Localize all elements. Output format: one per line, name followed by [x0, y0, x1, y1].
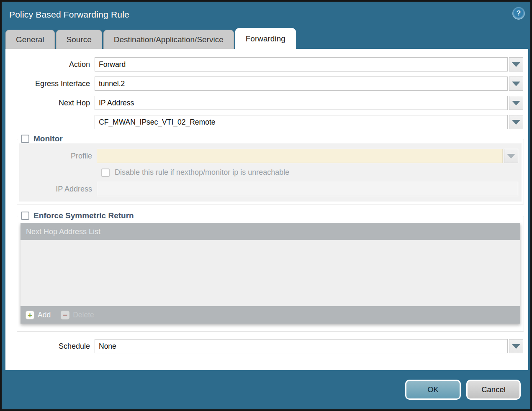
add-button-label: Add [38, 311, 51, 319]
monitor-legend-label: Monitor [33, 134, 63, 143]
profile-row: Profile [19, 149, 518, 163]
next-hop-row: Next Hop IP Address [5, 96, 523, 110]
policy-based-forwarding-dialog: Policy Based Forwarding Rule ? General S… [0, 0, 532, 411]
chevron-down-icon [512, 120, 520, 125]
ok-button[interactable]: OK [405, 380, 461, 400]
profile-dropdown-button [504, 149, 518, 163]
action-value-field[interactable]: Forward [95, 57, 508, 71]
next-hop-address-list-footer: + Add − Delete [21, 306, 520, 324]
schedule-dropdown-button[interactable] [509, 339, 523, 353]
disable-rule-checkbox [101, 168, 110, 177]
monitor-group-body: Profile Disable this rule if nexthop/mon… [19, 143, 522, 202]
schedule-row: Schedule None [5, 339, 523, 353]
chevron-down-icon [507, 154, 515, 158]
tab-bar: General Source Destination/Application/S… [2, 28, 530, 49]
next-hop-type-dropdown-button[interactable] [509, 96, 523, 110]
schedule-label: Schedule [5, 342, 95, 351]
forwarding-tab-panel: Action Forward Egress Interface tunnel.2… [5, 49, 528, 370]
egress-interface-value-field[interactable]: tunnel.2 [95, 77, 508, 91]
monitor-legend: Monitor [19, 134, 66, 143]
cancel-button[interactable]: Cancel [466, 380, 521, 400]
action-label: Action [5, 60, 95, 69]
egress-interface-combobox: tunnel.2 [95, 77, 523, 91]
tab-general[interactable]: General [5, 30, 55, 49]
chevron-down-icon [512, 101, 520, 105]
plus-icon: + [26, 311, 34, 319]
monitor-group: Monitor Profile Disable this rule if nex… [17, 134, 524, 204]
dialog-title: Policy Based Forwarding Rule [2, 2, 530, 20]
next-hop-address-combobox: CF_MWAN_IPsec_VTI_02_Remote [95, 115, 523, 129]
next-hop-address-list-table: Next Hop Address List + Add − Delete [21, 223, 520, 324]
tab-destination-application-service[interactable]: Destination/Application/Service [103, 30, 234, 49]
next-hop-label: Next Hop [5, 99, 95, 107]
add-button[interactable]: + Add [26, 311, 51, 319]
egress-interface-row: Egress Interface tunnel.2 [5, 77, 523, 91]
action-dropdown-button[interactable] [509, 57, 523, 71]
next-hop-address-list-body[interactable] [21, 240, 520, 306]
profile-field [97, 149, 503, 163]
delete-button-label: Delete [73, 311, 94, 319]
profile-label: Profile [19, 152, 97, 161]
schedule-combobox: None [95, 339, 523, 353]
monitor-ip-address-label: IP Address [19, 185, 97, 194]
dialog-footer: OK Cancel [2, 370, 530, 409]
monitor-ip-address-field [97, 182, 518, 196]
egress-interface-dropdown-button[interactable] [509, 77, 523, 91]
egress-interface-label: Egress Interface [5, 79, 95, 88]
next-hop-address-list-header: Next Hop Address List [21, 223, 520, 240]
next-hop-type-field[interactable]: IP Address [95, 96, 508, 110]
dialog-titlebar: Policy Based Forwarding Rule ? [2, 2, 530, 28]
chevron-down-icon [512, 82, 520, 86]
tab-forwarding[interactable]: Forwarding [235, 28, 296, 49]
chevron-down-icon [512, 62, 520, 67]
enforce-symmetric-return-legend: Enforce Symmetric Return [19, 211, 137, 220]
delete-button: − Delete [61, 311, 94, 319]
enforce-symmetric-return-group: Enforce Symmetric Return Next Hop Addres… [17, 211, 524, 332]
schedule-value-field[interactable]: None [95, 339, 508, 353]
help-icon[interactable]: ? [512, 7, 525, 20]
next-hop-address-row: CF_MWAN_IPsec_VTI_02_Remote [5, 115, 523, 129]
disable-rule-row: Disable this rule if nexthop/monitor ip … [101, 168, 522, 177]
tab-source[interactable]: Source [56, 30, 102, 49]
enforce-symmetric-return-checkbox[interactable] [21, 212, 29, 220]
monitor-ip-address-row: IP Address [19, 182, 518, 196]
next-hop-address-field[interactable]: CF_MWAN_IPsec_VTI_02_Remote [95, 115, 508, 129]
action-combobox: Forward [95, 57, 523, 71]
monitor-checkbox[interactable] [21, 135, 29, 143]
chevron-down-icon [512, 344, 520, 349]
help-glyph: ? [517, 9, 521, 18]
action-row: Action Forward [5, 57, 523, 71]
enforce-symmetric-return-legend-label: Enforce Symmetric Return [33, 211, 134, 220]
next-hop-type-combobox: IP Address [95, 96, 523, 110]
disable-rule-label: Disable this rule if nexthop/monitor ip … [115, 168, 289, 177]
minus-icon: − [61, 311, 69, 319]
next-hop-address-dropdown-button[interactable] [509, 115, 523, 129]
